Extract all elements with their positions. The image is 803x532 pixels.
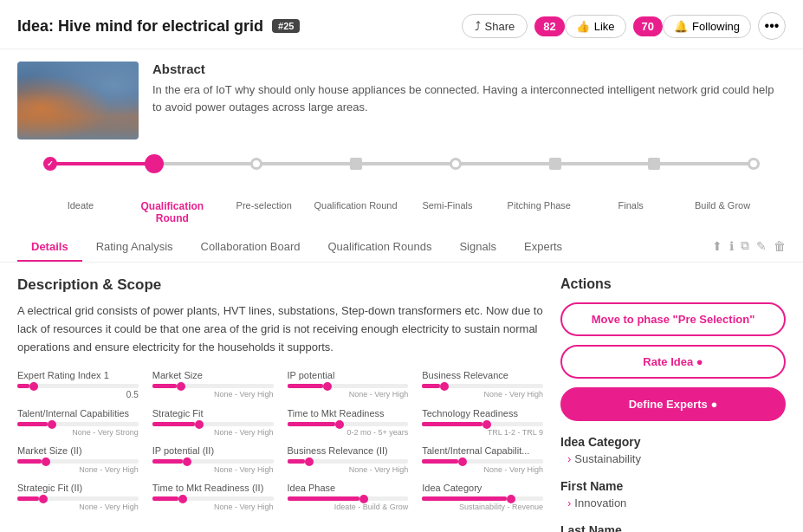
metrics-grid: Expert Rating Index 1 0.5 Market Size No… bbox=[17, 370, 543, 511]
bell-icon: 🔔 bbox=[674, 20, 688, 33]
share-icon: ⤴ bbox=[475, 19, 481, 33]
define-label: Define Experts bbox=[629, 398, 708, 411]
metric-talent: Talent/Internal Capabilities None - Very… bbox=[17, 408, 139, 437]
description-title: Description & Scope bbox=[17, 276, 543, 294]
header-actions: ⤴ Share 82 👍 Like 70 🔔 Following ••• bbox=[462, 12, 786, 40]
idea-category-title: Idea Category bbox=[560, 435, 786, 449]
follow-label: Following bbox=[692, 20, 740, 33]
metric-market-size: Market Size None - Very High bbox=[152, 370, 274, 399]
copy-icon[interactable]: ⧉ bbox=[741, 238, 749, 253]
tab-experts[interactable]: Experts bbox=[510, 233, 576, 262]
abstract-title: Abstract bbox=[152, 62, 786, 76]
label-qualification-1: Qualification Round bbox=[126, 200, 218, 224]
main-content: Description & Scope A electrical grid co… bbox=[0, 263, 803, 532]
info-icon[interactable]: ℹ bbox=[729, 239, 734, 253]
define-icon: ● bbox=[710, 398, 717, 411]
metric-idea-category: Idea Category Sustainability - Revenue bbox=[422, 483, 543, 511]
header: Idea: Hive mind for electrical grid #25 … bbox=[0, 0, 803, 49]
label-preselection: Pre-selection bbox=[218, 200, 310, 224]
rate-idea-button[interactable]: Rate Idea ● bbox=[560, 345, 786, 379]
node-qualification-1 bbox=[145, 154, 164, 173]
tab-rating[interactable]: Rating Analysis bbox=[82, 233, 187, 262]
like-button[interactable]: 👍 Like bbox=[565, 15, 626, 38]
first-name-section: First Name Innovation bbox=[560, 479, 786, 509]
right-content: Actions Move to phase "Pre Selection" Ra… bbox=[560, 276, 786, 532]
label-pitching: Pitching Phase bbox=[493, 200, 585, 224]
metric-ip-2: IP potential (II) None - Very High bbox=[152, 445, 274, 474]
abstract-content: Abstract In the era of IoT why should on… bbox=[152, 62, 786, 139]
like-group: 82 👍 Like bbox=[534, 15, 625, 38]
header-left: Idea: Hive mind for electrical grid #25 bbox=[17, 17, 300, 36]
tab-icon-group: ⬆ ℹ ⧉ ✎ 🗑 bbox=[712, 238, 786, 256]
page-title: Idea: Hive mind for electrical grid bbox=[17, 17, 263, 36]
idea-badge: #25 bbox=[272, 19, 300, 33]
move-phase-button[interactable]: Move to phase "Pre Selection" bbox=[560, 302, 786, 336]
last-name-title: Last Name bbox=[560, 523, 786, 532]
metric-time-mkt-2: Time to Mkt Readiness (II) None - Very H… bbox=[152, 483, 274, 511]
node-preselection bbox=[250, 158, 262, 170]
progress-nodes: ✓ bbox=[43, 157, 760, 173]
abstract-section: Abstract In the era of IoT why should on… bbox=[0, 49, 803, 152]
label-ideate: Ideate bbox=[35, 200, 126, 224]
share-button[interactable]: ⤴ Share bbox=[462, 14, 528, 38]
like-count: 82 bbox=[534, 16, 564, 36]
progress-labels: Ideate Qualification Round Pre-selection… bbox=[17, 195, 786, 224]
upload-icon[interactable]: ⬆ bbox=[712, 239, 722, 253]
metric-talent-2: Talent/Internal Capabilit... None - Very… bbox=[422, 445, 543, 474]
dots-icon: ••• bbox=[765, 18, 780, 34]
metric-time-mkt: Time to Mkt Readiness 0-2 mo - 5+ years bbox=[288, 408, 409, 437]
actions-title: Actions bbox=[560, 276, 786, 292]
label-qualification-2: Qualification Round bbox=[310, 200, 402, 224]
define-experts-button[interactable]: Define Experts ● bbox=[560, 387, 786, 421]
share-label: Share bbox=[485, 20, 515, 33]
first-name-title: First Name bbox=[560, 479, 786, 493]
first-name-value: Innovation bbox=[560, 496, 786, 509]
left-content: Description & Scope A electrical grid co… bbox=[17, 276, 543, 532]
metric-expert-rating: Expert Rating Index 1 0.5 bbox=[17, 370, 139, 399]
follow-count: 70 bbox=[633, 16, 663, 36]
node-buildgrow bbox=[748, 158, 760, 170]
following-button[interactable]: 🔔 Following bbox=[663, 15, 751, 38]
progress-section: ✓ Ideate Qualification Round Pre-selecti… bbox=[0, 152, 803, 224]
metric-strategic-fit: Strategic Fit None - Very High bbox=[152, 408, 274, 437]
metric-market-size-2: Market Size (II) None - Very High bbox=[17, 445, 139, 474]
progress-bar: ✓ bbox=[43, 160, 760, 195]
follow-group: 70 🔔 Following bbox=[633, 15, 751, 38]
label-finals: Finals bbox=[585, 200, 677, 224]
idea-category-value: Sustainability bbox=[560, 452, 786, 465]
tab-details[interactable]: Details bbox=[17, 233, 82, 262]
metric-ip-potential: IP potential None - Very High bbox=[288, 370, 409, 399]
idea-category-section: Idea Category Sustainability bbox=[560, 435, 786, 465]
tab-signals[interactable]: Signals bbox=[445, 233, 510, 262]
node-finals bbox=[648, 158, 660, 170]
metric-strategic-2: Strategic Fit (II) None - Very High bbox=[17, 483, 139, 511]
label-buildgrow: Build & Grow bbox=[677, 200, 768, 224]
tab-qualification-rounds[interactable]: Qualification Rounds bbox=[314, 233, 445, 262]
edit-icon[interactable]: ✎ bbox=[756, 239, 767, 253]
delete-icon[interactable]: 🗑 bbox=[774, 239, 786, 253]
label-semifinals: Semi-Finals bbox=[402, 200, 494, 224]
tabs-left: Details Rating Analysis Collaboration Bo… bbox=[17, 233, 576, 262]
node-qualification-2 bbox=[350, 158, 362, 170]
thumbs-up-icon: 👍 bbox=[576, 20, 590, 33]
more-button[interactable]: ••• bbox=[758, 12, 786, 40]
metric-tech-readiness: Technology Readiness TRL 1-2 - TRL 9 bbox=[422, 408, 543, 437]
description-text: A electrical grid consists of power plan… bbox=[17, 302, 543, 356]
metric-business-relevance: Business Relevance None - Very High bbox=[422, 370, 543, 399]
node-ideate: ✓ bbox=[43, 157, 57, 171]
metric-idea-phase: Idea Phase Ideate - Build & Grow bbox=[288, 483, 409, 511]
last-name-section: Last Name Rockstar bbox=[560, 523, 786, 532]
tab-collaboration[interactable]: Collaboration Board bbox=[187, 233, 314, 262]
node-semifinals bbox=[450, 158, 462, 170]
node-pitching bbox=[549, 158, 561, 170]
rate-label: Rate Idea bbox=[643, 355, 693, 368]
metric-business-2: Business Relevance (II) None - Very High bbox=[288, 445, 409, 474]
tabs-bar: Details Rating Analysis Collaboration Bo… bbox=[0, 224, 803, 263]
rate-icon: ● bbox=[696, 355, 703, 368]
abstract-text: In the era of IoT why should only house … bbox=[152, 81, 786, 115]
abstract-image bbox=[17, 62, 139, 139]
like-label: Like bbox=[594, 20, 615, 33]
